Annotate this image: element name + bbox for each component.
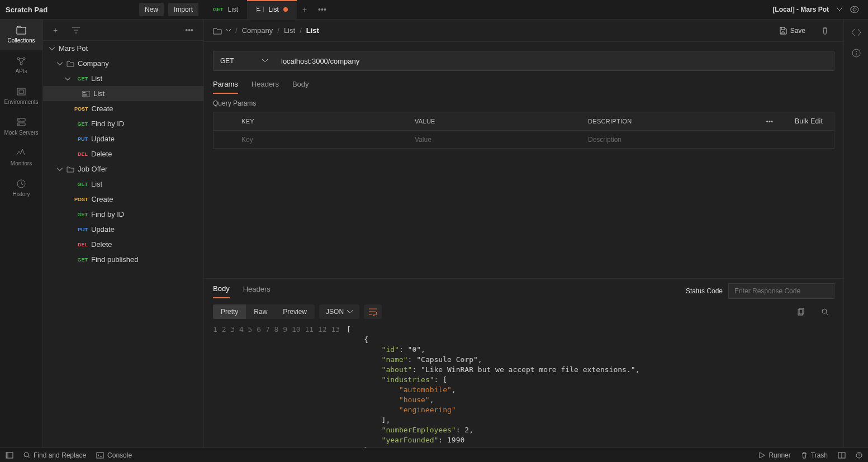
collections-menu-button[interactable]: ••• xyxy=(179,26,199,35)
info-icon[interactable] xyxy=(852,49,861,58)
columns-menu-button[interactable]: ••• xyxy=(766,118,773,125)
col-value: VALUE xyxy=(409,118,582,125)
svg-rect-7 xyxy=(19,90,23,93)
chevron-down-icon[interactable] xyxy=(837,8,842,11)
col-key: KEY xyxy=(236,118,409,125)
rail-environments[interactable]: Environments xyxy=(0,81,42,112)
response-body-tab[interactable]: Body xyxy=(213,284,230,298)
rail-history[interactable]: History xyxy=(0,173,42,204)
search-response-button[interactable] xyxy=(815,308,834,316)
tab-label: List xyxy=(228,6,239,13)
folder-row[interactable]: Company xyxy=(43,56,203,71)
method-select[interactable]: GET xyxy=(213,51,274,71)
example-icon xyxy=(256,7,264,12)
pretty-mode-button[interactable]: Pretty xyxy=(213,304,246,319)
svg-rect-0 xyxy=(256,7,264,12)
sidebar-rail: Collections APIs Environments Mock Serve… xyxy=(0,20,43,447)
rail-label: Collections xyxy=(0,37,42,44)
method-label: GET xyxy=(220,57,234,65)
http-method-badge: POST xyxy=(74,197,88,202)
bulk-edit-button[interactable]: Bulk Edit xyxy=(784,117,834,125)
request-row[interactable]: GETList xyxy=(43,177,203,192)
svg-rect-1 xyxy=(257,8,259,9)
breadcrumb: / Company / List / List xyxy=(213,26,319,35)
request-row[interactable]: DELDelete xyxy=(43,146,203,161)
runner-button[interactable]: Runner xyxy=(758,451,790,459)
wrap-lines-button[interactable] xyxy=(364,304,382,319)
params-table: KEY VALUE DESCRIPTION ••• Bulk Edit xyxy=(213,112,834,149)
http-method-badge: GET xyxy=(74,76,88,82)
eye-icon[interactable] xyxy=(850,6,859,13)
workspace-title: Scratch Pad xyxy=(6,6,135,14)
response-headers-tab[interactable]: Headers xyxy=(243,285,271,298)
preview-mode-button[interactable]: Preview xyxy=(275,304,315,319)
delete-example-button[interactable] xyxy=(815,27,834,35)
chevron-down-icon[interactable] xyxy=(226,29,231,32)
new-tab-button[interactable]: + xyxy=(297,5,312,14)
collection-name: Mars Pot xyxy=(59,44,88,53)
status-code-input[interactable] xyxy=(728,283,834,299)
request-row[interactable]: POSTCreate xyxy=(43,101,203,116)
crumb-list[interactable]: List xyxy=(284,26,295,35)
status-code-section: Status Code xyxy=(686,283,834,299)
copy-response-button[interactable] xyxy=(792,308,811,316)
headers-tab[interactable]: Headers xyxy=(252,80,279,94)
request-row[interactable]: GETList xyxy=(43,71,203,86)
param-value-input[interactable] xyxy=(409,131,582,148)
request-row[interactable]: PUTUpdate xyxy=(43,131,203,146)
crumb-company[interactable]: Company xyxy=(242,26,273,35)
rail-label: Mock Servers xyxy=(0,130,42,136)
request-row[interactable]: POSTCreate xyxy=(43,192,203,207)
tab-overflow-button[interactable]: ••• xyxy=(312,5,332,14)
code-icon[interactable] xyxy=(851,28,861,36)
http-method-badge: GET xyxy=(74,182,88,187)
rail-collections[interactable]: Collections xyxy=(0,20,42,50)
request-name: Find published xyxy=(91,255,139,264)
svg-point-5 xyxy=(20,63,22,65)
request-row[interactable]: DELDelete xyxy=(43,237,203,252)
request-row[interactable]: GETFind published xyxy=(43,252,203,267)
collections-tree: Mars PotCompanyGETListListPOSTCreateGETF… xyxy=(43,41,203,447)
format-select[interactable]: JSON xyxy=(319,304,359,319)
find-replace-button[interactable]: Find and Replace xyxy=(23,451,86,459)
help-button[interactable] xyxy=(856,452,862,459)
collection-row[interactable]: Mars Pot xyxy=(43,41,203,56)
rail-mock-servers[interactable]: Mock Servers xyxy=(0,112,42,142)
svg-rect-15 xyxy=(83,94,87,96)
status-code-label: Status Code xyxy=(686,287,723,295)
folder-icon xyxy=(213,27,222,35)
url-input[interactable] xyxy=(274,51,834,71)
response-panel: Body Headers Status Code Pretty Raw Prev… xyxy=(204,278,843,447)
raw-mode-button[interactable]: Raw xyxy=(246,304,275,319)
import-button[interactable]: Import xyxy=(168,3,198,16)
save-button[interactable]: Save xyxy=(775,25,810,37)
param-key-input[interactable] xyxy=(236,131,409,148)
crumb-current: List xyxy=(306,26,319,35)
http-method-badge: GET xyxy=(213,7,224,12)
params-tab[interactable]: Params xyxy=(213,80,238,94)
console-button[interactable]: Console xyxy=(96,451,132,459)
new-button[interactable]: New xyxy=(139,3,164,16)
request-row[interactable]: PUTUpdate xyxy=(43,222,203,237)
folder-row[interactable]: Job Offer xyxy=(43,161,203,177)
rail-apis[interactable]: APIs xyxy=(0,50,42,81)
tab-example-list[interactable]: List xyxy=(247,0,297,19)
filter-button[interactable] xyxy=(67,27,86,34)
http-method-badge: GET xyxy=(74,212,88,217)
add-collection-button[interactable]: + xyxy=(48,26,63,35)
trash-button[interactable]: Trash xyxy=(801,451,828,459)
col-description: DESCRIPTION xyxy=(582,118,756,125)
request-row[interactable]: GETFind by ID xyxy=(43,207,203,222)
rail-monitors[interactable]: Monitors xyxy=(0,142,42,173)
tab-request-list[interactable]: GET List xyxy=(204,0,247,19)
body-tab[interactable]: Body xyxy=(292,80,309,94)
request-tabs: Params Headers Body xyxy=(204,80,843,94)
example-row[interactable]: List xyxy=(43,86,203,101)
response-body[interactable]: 1 2 3 4 5 6 7 8 9 10 11 12 13 [ { "id": … xyxy=(204,325,843,447)
two-pane-button[interactable] xyxy=(838,452,846,459)
open-tabs: GET List List + ••• xyxy=(204,0,728,19)
param-desc-input[interactable] xyxy=(582,131,756,148)
environment-selector[interactable]: [Local] - Mars Pot xyxy=(772,6,829,13)
request-row[interactable]: GETFind by ID xyxy=(43,116,203,131)
hide-sidebar-button[interactable] xyxy=(6,452,13,459)
